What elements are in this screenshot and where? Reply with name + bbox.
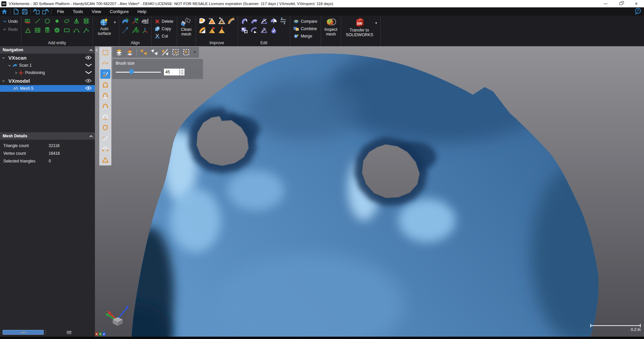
align-dotted-arrow-button[interactable] — [121, 26, 130, 35]
shrink-selection-tool[interactable] — [182, 49, 191, 56]
entity-line-button[interactable] — [33, 17, 42, 25]
edit-mirror-button[interactable] — [269, 17, 278, 25]
restore-button[interactable] — [613, 0, 629, 7]
brush-size-slider[interactable] — [116, 72, 161, 73]
edit-flip-surface-button[interactable] — [240, 17, 249, 25]
help-bubble-button[interactable]: ? — [635, 8, 641, 15]
entity-scanner-button[interactable] — [23, 17, 32, 25]
entity-sphere-grid-button[interactable] — [53, 26, 61, 35]
entity-curve-button[interactable] — [72, 26, 81, 35]
edit-rotate-button[interactable] — [250, 26, 259, 35]
row-chevron-icon[interactable] — [85, 70, 92, 75]
minimize-button[interactable] — [598, 0, 613, 7]
entity-circle-button[interactable] — [43, 17, 52, 25]
improve-smooth-boundary-button[interactable] — [227, 17, 236, 25]
transfer-dropdown[interactable]: ▼ — [375, 21, 378, 25]
align-small-triad-button[interactable] — [141, 26, 149, 35]
new-session-button[interactable] — [12, 7, 20, 16]
improve-boundary-fill-button[interactable] — [198, 26, 207, 35]
brush-size-stepper[interactable]: ▲ ▼ — [180, 68, 185, 76]
visibility-eye-icon[interactable] — [85, 86, 92, 91]
improve-defeature-button[interactable] — [217, 26, 226, 35]
align-grid-arrow-button[interactable] — [131, 26, 140, 35]
grow-selection-tool[interactable] — [172, 49, 180, 56]
improve-add-triangles-button[interactable] — [217, 17, 226, 25]
expander-icon[interactable] — [2, 56, 5, 58]
edit-triangle-button[interactable] — [260, 26, 268, 35]
entity-planes-button[interactable] — [82, 17, 91, 25]
stepper-up-icon[interactable]: ▲ — [180, 69, 184, 72]
slider-thumb[interactable] — [129, 69, 134, 75]
brush-size-input[interactable] — [164, 68, 180, 76]
menu-file[interactable]: File — [53, 7, 68, 16]
visibility-eye-icon[interactable] — [85, 78, 92, 84]
transfer-solidworks-button[interactable]: SW Transfer to SOLIDWORKS — [344, 17, 375, 38]
undo-session-button[interactable] — [32, 7, 41, 16]
freeform-select-tool[interactable] — [100, 59, 110, 68]
brush-select-tool[interactable] — [100, 69, 110, 79]
entity-plane-grid-button[interactable] — [33, 26, 42, 35]
edit-triangle-cut-button[interactable] — [260, 17, 268, 25]
undo-button[interactable]: Undo — [2, 18, 19, 25]
entity-ellipse-button[interactable] — [62, 17, 71, 25]
edit-spacing-button[interactable] — [279, 17, 288, 25]
copy-button[interactable]: Copy — [154, 25, 175, 32]
boundary-loop-tool[interactable] — [100, 123, 110, 132]
home-button[interactable] — [0, 7, 9, 16]
select-through-tool[interactable] — [115, 48, 123, 56]
fill-hole-partial-tool[interactable] — [100, 91, 110, 100]
tree-item-scan1[interactable]: Scan 1 — [0, 62, 95, 69]
rectangle-select-tool[interactable] — [100, 48, 110, 57]
list-view-toggle[interactable] — [47, 330, 91, 335]
tree-item-mesh5-selected[interactable]: Mesh 5 — [0, 85, 95, 92]
expander-icon[interactable] — [8, 64, 11, 66]
spline-curve-tool[interactable] — [100, 134, 110, 143]
auto-surface-dropdown[interactable]: ▼ — [113, 21, 116, 24]
mesh-scene[interactable] — [95, 46, 644, 337]
edit-watertight-button[interactable] — [269, 26, 278, 35]
delete-button[interactable]: Delete — [154, 18, 175, 25]
fill-hole-whole-tool[interactable] — [100, 80, 110, 89]
align-surface-button[interactable] — [121, 17, 130, 25]
align-triad-button[interactable] — [131, 17, 140, 25]
fill-hole-clean-tool[interactable] — [100, 112, 110, 122]
improve-decimate-button[interactable] — [208, 26, 216, 35]
mesh-details-panel-header[interactable]: Mesh Details — [0, 132, 95, 140]
add-triangle-tool[interactable] — [100, 155, 110, 164]
combine-button[interactable]: Combine — [292, 25, 319, 32]
entity-cone-button[interactable] — [72, 17, 81, 25]
tree-view-toggle-active[interactable] — [3, 330, 44, 335]
select-visible-tool[interactable] — [126, 48, 134, 56]
redo-session-button[interactable] — [41, 7, 50, 16]
bridge-tool[interactable] — [100, 144, 110, 154]
auto-surface-button[interactable]: Auto surface — [95, 17, 113, 37]
clean-mesh-button[interactable]: Clean mesh — [179, 17, 194, 38]
select-backfaces-tool[interactable] — [140, 49, 148, 56]
expander-icon[interactable] — [14, 71, 17, 74]
entity-angle-button[interactable] — [23, 26, 32, 35]
menu-view[interactable]: View — [87, 7, 105, 16]
menu-help[interactable]: Help — [133, 7, 151, 16]
edit-bend-surface-button[interactable] — [250, 17, 259, 25]
save-button[interactable] — [20, 7, 29, 16]
navigation-panel-header[interactable]: Navigation — [0, 46, 95, 54]
stepper-down-icon[interactable]: ▼ — [180, 72, 184, 76]
merge-button[interactable]: Merge — [292, 32, 319, 40]
compare-button[interactable]: Compare — [292, 18, 319, 25]
viewport-3d[interactable]: ▼ Brush size ▲ ▼ — [95, 46, 644, 337]
cut-button[interactable]: Cut — [154, 32, 175, 40]
entity-point-button[interactable] — [53, 17, 61, 25]
visibility-eye-icon[interactable] — [85, 55, 92, 61]
redo-button[interactable]: Redo — [2, 26, 19, 33]
tree-item-vxmodel[interactable]: VXmodel — [0, 76, 95, 85]
improve-fill-holes-button[interactable] — [198, 17, 207, 25]
invert-selection-tool[interactable] — [150, 49, 158, 56]
entity-cylinder-button[interactable] — [43, 26, 52, 35]
row-chevron-icon[interactable] — [85, 63, 92, 68]
edit-scale-button[interactable] — [240, 26, 249, 35]
tree-item-vxscan[interactable]: VXscan — [0, 54, 95, 62]
improve-remove-spikes-button[interactable] — [208, 17, 216, 25]
selection-options-dropdown[interactable]: ▼ — [193, 51, 196, 54]
inspect-mesh-button[interactable]: Inspect mesh — [321, 17, 341, 38]
expander-icon[interactable] — [2, 79, 5, 81]
